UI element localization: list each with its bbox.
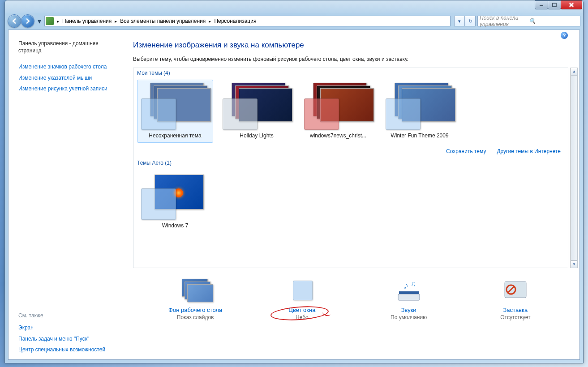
maximize-button[interactable]	[548, 0, 561, 9]
desktop-background-value: Показ слайдов	[177, 314, 214, 320]
chevron-right-icon[interactable]: ▸	[113, 19, 118, 24]
chevron-right-icon[interactable]: ▸	[56, 19, 60, 24]
theme-windows-7[interactable]: Windows 7	[137, 170, 213, 233]
control-panel-window: ▾ ▸ Панель управления ▸ Все элементы пан…	[4, 0, 584, 363]
nav-arrows	[8, 14, 34, 28]
close-button[interactable]	[561, 0, 582, 9]
content-area: Панель управления - домашняя страница Из…	[8, 30, 580, 360]
sidebar-footer-link-display[interactable]: Экран	[18, 322, 120, 333]
svg-text:♫: ♫	[411, 280, 416, 287]
themes-container: Мои темы (4) Несохраненная тема	[133, 68, 568, 268]
sidebar-footer-link-ease-of-access[interactable]: Центр специальных возможностей	[18, 344, 120, 355]
window-color-item[interactable]: Цвет окна Небо	[257, 279, 347, 320]
page-title: Изменение изображения и звука на компьют…	[133, 41, 578, 50]
navbar: ▾ ▸ Панель управления ▸ Все элементы пан…	[5, 13, 583, 29]
theme-thumb	[223, 83, 291, 130]
history-dropdown-icon[interactable]: ▾	[36, 17, 43, 26]
main-panel: ? Изменение изображения и звука на компь…	[125, 30, 579, 359]
address-toolbar: ▾ ↻	[454, 16, 476, 26]
svg-text:♪: ♪	[403, 280, 408, 291]
sounds-link: Звуки	[401, 307, 416, 313]
theme-thumb	[304, 83, 372, 130]
theme-actions: Сохранить тему Другие темы в Интернете	[133, 146, 568, 158]
theme-holiday-lights[interactable]: Holiday Lights	[219, 80, 295, 143]
save-theme-link[interactable]: Сохранить тему	[446, 148, 486, 154]
bottom-settings-row: Фон рабочего стола Показ слайдов Цвет ок…	[133, 268, 578, 323]
screensaver-link: Заставка	[503, 307, 528, 313]
svg-rect-0	[540, 5, 543, 6]
section-aero-themes: Темы Aero (1)	[133, 158, 568, 168]
scroll-thumb[interactable]	[571, 75, 578, 260]
sounds-icon: ♪♫	[394, 279, 424, 303]
window-controls	[535, 0, 582, 9]
themes-scrollbar[interactable]: ▲ ▼	[570, 68, 578, 268]
search-input[interactable]: Поиск в панели управления 🔍	[477, 16, 580, 26]
sidebar-footer: См. также Экран Панель задач и меню "Пус…	[18, 309, 120, 355]
sidebar-footer-link-taskbar[interactable]: Панель задач и меню "Пуск"	[18, 333, 120, 344]
theme-thumb	[141, 173, 209, 220]
scroll-down-button[interactable]: ▼	[571, 260, 578, 268]
theme-unsaved[interactable]: Несохраненная тема	[137, 80, 213, 143]
window-color-icon	[287, 279, 317, 303]
theme-windows7news-christmas[interactable]: windows7news_christ...	[300, 80, 376, 143]
sidebar-link-mouse-pointers[interactable]: Изменение указателей мыши	[18, 73, 120, 83]
search-placeholder: Поиск в панели управления	[480, 15, 529, 27]
svg-rect-4	[398, 294, 420, 300]
sounds-item[interactable]: ♪♫ Звуки По умолчанию	[364, 279, 454, 320]
section-my-themes: Мои темы (4)	[133, 68, 568, 78]
help-icon[interactable]: ?	[561, 32, 568, 39]
theme-label: Holiday Lights	[240, 132, 273, 140]
svg-rect-1	[553, 3, 556, 7]
sidebar-link-account-picture[interactable]: Изменение рисунка учетной записи	[18, 83, 120, 94]
control-panel-icon	[46, 17, 54, 25]
address-bar[interactable]: ▸ Панель управления ▸ Все элементы панел…	[44, 16, 451, 26]
crumb-personalization[interactable]: Персонализация	[212, 17, 258, 25]
sidebar-footer-title: См. также	[18, 312, 120, 319]
theme-thumb	[386, 83, 454, 130]
theme-label: Windows 7	[162, 222, 189, 230]
sidebar-home-link[interactable]: Панель управления - домашняя страница	[18, 38, 120, 56]
forward-button[interactable]	[21, 14, 34, 28]
titlebar	[5, 0, 583, 13]
sidebar-link-desktop-icons[interactable]: Изменение значков рабочего стола	[18, 61, 120, 72]
minimize-button[interactable]	[535, 0, 548, 9]
aero-themes-grid: Windows 7	[133, 168, 568, 236]
breadcrumb: ▸ Панель управления ▸ Все элементы панел…	[56, 17, 449, 25]
sounds-value: По умолчанию	[391, 314, 427, 320]
address-dropdown-button[interactable]: ▾	[454, 16, 465, 26]
scroll-track[interactable]	[571, 75, 578, 260]
theme-label: Winter Fun Theme 2009	[391, 132, 448, 140]
chevron-right-icon[interactable]: ▸	[207, 19, 212, 24]
window-color-link: Цвет окна	[288, 307, 315, 313]
theme-winter-fun[interactable]: Winter Fun Theme 2009	[382, 80, 458, 143]
window-color-value: Небо	[296, 314, 309, 320]
screensaver-item[interactable]: Заставка Отсутствует	[471, 279, 560, 320]
theme-label: windows7news_christ...	[310, 132, 366, 140]
crumb-all-items[interactable]: Все элементы панели управления	[118, 17, 207, 25]
crumb-control-panel[interactable]: Панель управления	[60, 17, 113, 25]
desktop-background-link: Фон рабочего стола	[168, 307, 222, 313]
screensaver-value: Отсутствует	[500, 314, 530, 320]
refresh-button[interactable]: ↻	[465, 16, 476, 26]
search-icon[interactable]: 🔍	[529, 18, 578, 24]
theme-label: Несохраненная тема	[149, 132, 201, 140]
my-themes-grid: Несохраненная тема Holiday Lights	[133, 78, 568, 146]
page-subtitle: Выберите тему, чтобы одновременно измени…	[133, 56, 578, 62]
desktop-background-icon	[180, 279, 210, 303]
svg-rect-5	[399, 291, 419, 294]
screensaver-icon	[500, 279, 531, 303]
theme-thumb	[141, 83, 209, 130]
sidebar: Панель управления - домашняя страница Из…	[9, 30, 125, 359]
more-themes-link[interactable]: Другие темы в Интернете	[497, 148, 561, 154]
desktop-background-item[interactable]: Фон рабочего стола Показ слайдов	[150, 279, 240, 320]
scroll-up-button[interactable]: ▲	[571, 68, 578, 75]
back-button[interactable]	[8, 14, 21, 28]
